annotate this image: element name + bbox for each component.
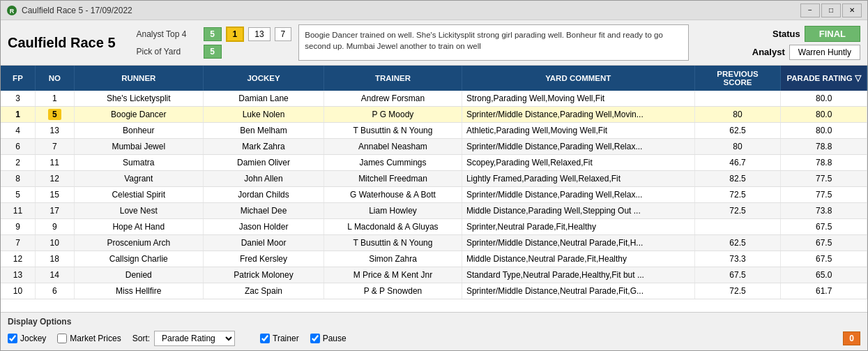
cell-no: 1 <box>35 91 74 107</box>
sort-section: Sort: Parade Rating FP NO Previous Score <box>132 331 235 346</box>
cell-comment: Sprinter/Middle Distance,Parading Well,R… <box>462 187 694 203</box>
window-title: Caulfield Race 5 - 17/09/2022 <box>22 6 800 15</box>
cell-jockey: Ben Melham <box>204 123 324 139</box>
cell-prev-score: 62.5 <box>694 123 781 139</box>
cell-prev-score <box>694 91 781 107</box>
pause-checkbox[interactable] <box>310 334 320 343</box>
cell-jockey: Daniel Moor <box>204 235 324 251</box>
cell-fp: 2 <box>1 155 35 171</box>
pick-of-yard-label: Pick of Yard <box>137 47 199 57</box>
cell-no: 11 <box>35 155 74 171</box>
cell-runner: Hope At Hand <box>74 219 203 235</box>
cell-comment: Strong,Parading Well,Moving Well,Fit <box>462 91 694 107</box>
analyst-row: Analyst Warren Huntly <box>752 45 860 60</box>
cell-prev-score: 80 <box>694 107 781 123</box>
cell-comment: Sprinter/Middle Distance,Parading Well,R… <box>462 139 694 155</box>
maximize-button[interactable]: □ <box>821 3 841 17</box>
orange-counter-badge: 0 <box>843 331 860 345</box>
analyst-top-badge-1: 1 <box>226 27 245 42</box>
cell-runner: Bonheur <box>74 123 203 139</box>
close-button[interactable]: ✕ <box>842 3 862 17</box>
cell-trainer: G Waterhouse & A Bott <box>324 187 462 203</box>
sort-label: Sort: <box>132 334 150 343</box>
cell-prev-score: 67.5 <box>694 267 781 283</box>
race-title: Caulfield Race 5 <box>8 35 116 51</box>
cell-no: 13 <box>35 123 74 139</box>
cell-fp: 12 <box>1 251 35 267</box>
footer: Display Options Jockey Market Prices Sor… <box>1 312 867 350</box>
table-row: 15Boogie DancerLuke NolenP G MoodySprint… <box>1 107 867 123</box>
runners-table: FP NO RUNNER JOCKEY TRAINER YARD COMMENT… <box>1 66 867 299</box>
cell-comment: Middle Distance,Neutral Parade,Fit,Healt… <box>462 251 694 267</box>
col-prev-score: PREVIOUSSCORE <box>694 66 781 91</box>
cell-trainer: Annabel Neasham <box>324 139 462 155</box>
table-row: 515Celestial SpiritJordan ChildsG Waterh… <box>1 187 867 203</box>
analyst-label: Analyst <box>752 47 785 57</box>
analyst-name: Warren Huntly <box>789 45 860 60</box>
cell-parade-rating: 67.5 <box>781 235 867 251</box>
display-options-label: Display Options <box>8 317 860 327</box>
cell-comment: Athletic,Parading Well,Moving Well,Fit <box>462 123 694 139</box>
cell-no: 15 <box>35 187 74 203</box>
table-row: 106Miss HellfireZac SpainP & P SnowdenSp… <box>1 283 867 299</box>
cell-jockey: Jason Holder <box>204 219 324 235</box>
cell-runner: Mumbai Jewel <box>74 139 203 155</box>
cell-jockey: Damian Lane <box>204 91 324 107</box>
cell-parade-rating: 61.7 <box>781 283 867 299</box>
cell-prev-score: 72.5 <box>694 283 781 299</box>
market-prices-checkbox[interactable] <box>57 334 67 343</box>
market-prices-checkbox-item: Market Prices <box>57 334 121 343</box>
app-icon: R <box>6 5 17 16</box>
minimize-button[interactable]: − <box>800 3 820 17</box>
cell-runner: Miss Hellfire <box>74 283 203 299</box>
cell-parade-rating: 78.8 <box>781 155 867 171</box>
cell-jockey: Damien Oliver <box>204 155 324 171</box>
cell-runner: Boogie Dancer <box>74 107 203 123</box>
analyst-top-badge-5: 5 <box>204 27 222 41</box>
cell-runner: Vagrant <box>74 171 203 187</box>
jockey-checkbox-item: Jockey <box>8 334 46 343</box>
cell-no: 6 <box>35 283 74 299</box>
cell-fp: 1 <box>1 107 35 123</box>
table-row: 31She's LicketysplitDamian LaneAndrew Fo… <box>1 91 867 107</box>
jockey-checkbox[interactable] <box>8 334 17 343</box>
cell-jockey: Fred Kersley <box>204 251 324 267</box>
table-header-row: FP NO RUNNER JOCKEY TRAINER YARD COMMENT… <box>1 66 867 91</box>
svg-text:R: R <box>10 8 15 15</box>
col-jockey: JOCKEY <box>204 66 324 91</box>
cell-trainer: T Busuttin & N Young <box>324 123 462 139</box>
cell-fp: 8 <box>1 171 35 187</box>
cell-prev-score: 72.5 <box>694 203 781 219</box>
title-bar: R Caulfield Race 5 - 17/09/2022 − □ ✕ <box>1 1 867 20</box>
trainer-checkbox[interactable] <box>260 334 270 343</box>
analyst-top-badge-13: 13 <box>248 27 270 41</box>
col-comment: YARD COMMENT <box>462 66 694 91</box>
cell-fp: 6 <box>1 139 35 155</box>
cell-fp: 5 <box>1 187 35 203</box>
cell-comment: Sprinter,Neutral Parade,Fit,Healthy <box>462 219 694 235</box>
analyst-top-label: Analyst Top 4 <box>137 29 199 39</box>
cell-no: 18 <box>35 251 74 267</box>
cell-comment: Lightly Framed,Parading Well,Relaxed,Fit <box>462 171 694 187</box>
cell-runner: Love Nest <box>74 203 203 219</box>
table-row: 211SumatraDamien OliverJames CummingsSco… <box>1 155 867 171</box>
cell-prev-score: 46.7 <box>694 155 781 171</box>
cell-no: 5 <box>35 107 74 123</box>
cell-parade-rating: 78.8 <box>781 139 867 155</box>
cell-fp: 13 <box>1 267 35 283</box>
cell-jockey: Michael Dee <box>204 203 324 219</box>
cell-fp: 9 <box>1 219 35 235</box>
data-table-container: FP NO RUNNER JOCKEY TRAINER YARD COMMENT… <box>1 66 867 312</box>
cell-parade-rating: 80.0 <box>781 123 867 139</box>
cell-jockey: Luke Nolen <box>204 107 324 123</box>
cell-jockey: Mark Zahra <box>204 139 324 155</box>
cell-runner: Callsign Charlie <box>74 251 203 267</box>
table-body: 31She's LicketysplitDamian LaneAndrew Fo… <box>1 91 867 299</box>
header: Caulfield Race 5 Analyst Top 4 5 1 13 7 … <box>1 20 867 66</box>
pick-of-yard-row: Pick of Yard 5 <box>137 45 292 59</box>
sort-select[interactable]: Parade Rating FP NO Previous Score <box>154 331 235 346</box>
cell-trainer: L Macdonald & A Gluyas <box>324 219 462 235</box>
cell-runner: Celestial Spirit <box>74 187 203 203</box>
col-no: NO <box>35 66 74 91</box>
cell-fp: 7 <box>1 235 35 251</box>
